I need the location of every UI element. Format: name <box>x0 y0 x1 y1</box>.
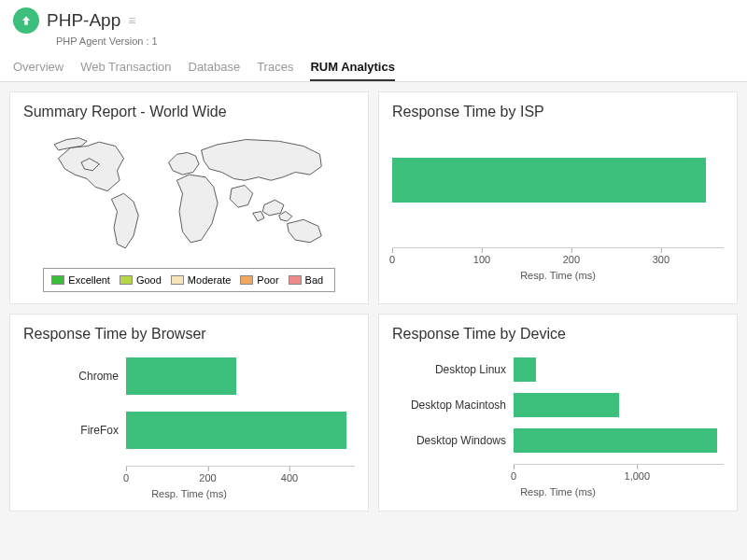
x-tick: 0 <box>123 467 129 483</box>
card-isp-response: Response Time by ISP 0 100 200 300 Resp.… <box>378 91 738 304</box>
bar <box>392 158 706 203</box>
tab-rum-analytics[interactable]: RUM Analytics <box>310 54 395 81</box>
bar-row: Desktop Linux <box>392 357 724 382</box>
tab-overview[interactable]: Overview <box>13 54 63 81</box>
x-tick: 400 <box>281 467 298 483</box>
dashboard-grid: Summary Report - World Wide <box>0 82 747 521</box>
bar <box>514 357 536 382</box>
swatch-icon <box>240 275 253 285</box>
card-title: Response Time by Device <box>392 326 724 343</box>
x-tick: 200 <box>563 248 580 265</box>
x-axis-label: Resp. Time (ms) <box>23 488 355 499</box>
card-device-response: Response Time by Device Desktop Linux De… <box>378 314 738 511</box>
bar-row <box>392 158 724 203</box>
bar-row: Desktop Macintosh <box>392 393 724 417</box>
bar-row: Chrome <box>23 357 355 395</box>
bar-label: Desktop Macintosh <box>392 399 514 412</box>
swatch-icon <box>171 275 184 285</box>
swatch-icon <box>51 275 64 285</box>
hamburger-icon[interactable]: ≡ <box>128 13 135 28</box>
device-chart: Desktop Linux Desktop Macintosh Desktop … <box>392 352 724 497</box>
x-axis-label: Resp. Time (ms) <box>392 270 724 281</box>
map-legend: Excellent Good Moderate Poor Bad <box>43 268 334 292</box>
legend-item: Bad <box>289 274 324 286</box>
app-title: PHP-App <box>47 10 120 31</box>
x-axis: 0 1,000 <box>514 464 724 483</box>
bar-row: Desktop Windows <box>392 428 724 453</box>
legend-item: Poor <box>240 274 278 286</box>
x-tick: 200 <box>199 467 216 483</box>
x-tick: 300 <box>653 248 669 265</box>
bar <box>514 428 717 453</box>
card-title: Response Time by Browser <box>23 326 355 343</box>
bar <box>126 357 236 395</box>
card-title: Response Time by ISP <box>392 104 724 120</box>
agent-version-label: PHP Agent Version : 1 <box>56 35 734 47</box>
legend-item: Excellent <box>51 274 110 286</box>
x-tick: 0 <box>511 465 516 482</box>
browser-chart: Chrome FireFox 0 200 400 Resp. Time (ms) <box>23 352 355 499</box>
world-map <box>23 130 355 260</box>
bar-label: Desktop Linux <box>392 363 514 376</box>
tab-web-transaction[interactable]: Web Transaction <box>80 54 171 81</box>
card-title: Summary Report - World Wide <box>23 104 355 120</box>
swatch-icon <box>289 275 302 285</box>
bar-label: Desktop Windows <box>392 434 514 447</box>
x-tick: 0 <box>389 248 395 265</box>
bar <box>126 412 346 449</box>
bar-row: FireFox <box>23 412 355 449</box>
status-up-icon <box>13 7 39 34</box>
app-header: PHP-App ≡ PHP Agent Version : 1 Overview… <box>0 0 747 82</box>
bar <box>514 393 619 417</box>
x-axis: 0 100 200 300 <box>392 247 724 266</box>
tab-bar: Overview Web Transaction Database Traces… <box>13 54 734 81</box>
tab-traces[interactable]: Traces <box>257 54 293 81</box>
x-tick: 100 <box>473 248 490 265</box>
x-axis: 0 200 400 <box>126 466 355 484</box>
swatch-icon <box>120 275 133 285</box>
legend-item: Moderate <box>171 274 231 286</box>
x-tick: 1,000 <box>625 465 651 482</box>
bar-label: Chrome <box>23 370 126 383</box>
x-axis-label: Resp. Time (ms) <box>392 486 724 497</box>
isp-chart: 0 100 200 300 Resp. Time (ms) <box>392 130 724 281</box>
tab-database[interactable]: Database <box>189 54 241 81</box>
bar-label: FireFox <box>23 424 126 437</box>
legend-item: Good <box>120 274 162 286</box>
card-browser-response: Response Time by Browser Chrome FireFox … <box>9 314 369 511</box>
card-world-summary: Summary Report - World Wide <box>9 91 369 304</box>
